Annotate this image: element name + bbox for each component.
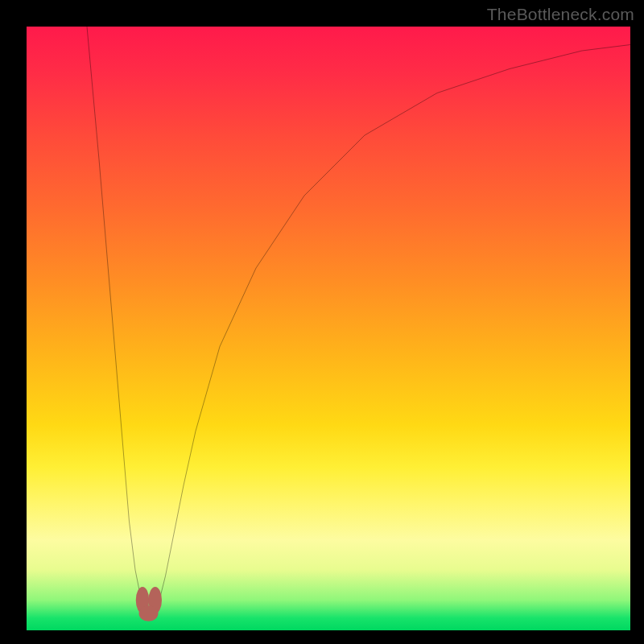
plot-area <box>27 27 630 630</box>
bottleneck-curve <box>27 27 630 630</box>
chart-frame: TheBottleneck.com <box>0 0 644 644</box>
svg-point-2 <box>139 605 159 621</box>
balance-marker <box>136 587 162 621</box>
curve-path <box>87 27 630 613</box>
watermark-text: TheBottleneck.com <box>487 5 634 24</box>
